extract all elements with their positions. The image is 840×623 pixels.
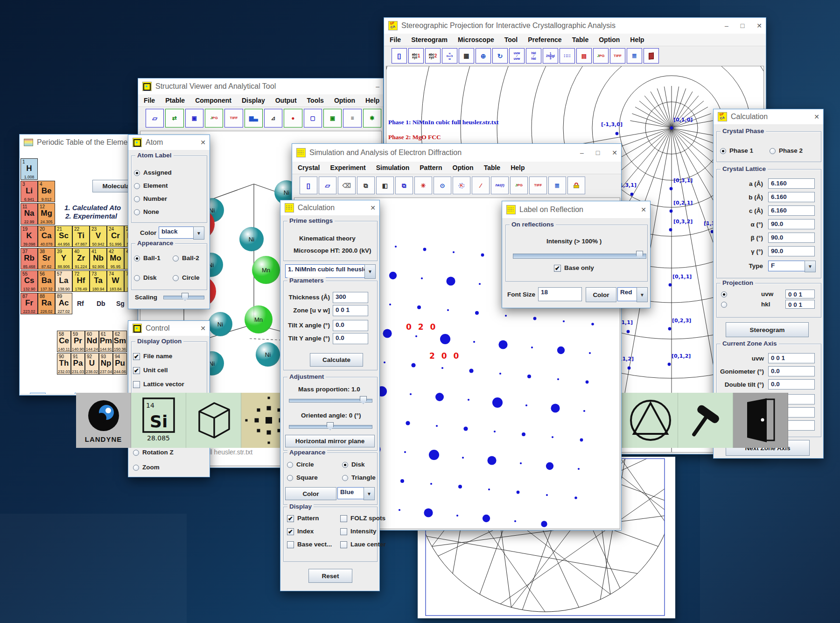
minimize-icon[interactable]: –: [376, 83, 379, 90]
menu-item-table[interactable]: Table: [572, 36, 589, 43]
minimize-icon[interactable]: –: [580, 149, 584, 156]
element-cell-Li[interactable]: 3Li6.941: [21, 181, 38, 202]
element-cell-Na[interactable]: 11Na22.99: [21, 203, 38, 225]
element-cell-Hf[interactable]: 72Hf178.49: [72, 270, 90, 292]
element-cell-K[interactable]: 19K39.098: [21, 226, 38, 247]
close-icon[interactable]: ✕: [200, 325, 206, 332]
close-icon[interactable]: ✕: [200, 139, 206, 146]
radio-assigned[interactable]: [134, 170, 140, 176]
tiff-export-icon[interactable]: TIFF: [610, 48, 625, 64]
atom-red-icon[interactable]: ●: [284, 109, 302, 127]
z-field[interactable]: 1: [30, 393, 46, 394]
horizontal-mirror-button[interactable]: Horizontal mirror plane: [285, 435, 375, 447]
jpg-export-icon[interactable]: JPG: [510, 177, 528, 194]
element-cell-Pa[interactable]: 91Pa231.03: [71, 353, 85, 375]
open-folder-icon[interactable]: ▱: [146, 109, 164, 127]
radio-none[interactable]: [134, 209, 140, 215]
checkbox-base-only[interactable]: ✔: [554, 265, 561, 272]
checkbox-base-vect---[interactable]: [287, 541, 294, 548]
atom-sphere-Ni[interactable]: Ni: [256, 342, 280, 367]
maximize-icon[interactable]: □: [596, 149, 600, 156]
radio-number[interactable]: [134, 196, 140, 202]
radio-ball-2[interactable]: [173, 255, 179, 262]
settings-icon[interactable]: ✱: [363, 109, 381, 127]
param-field[interactable]: 300: [333, 292, 368, 303]
radio-circle[interactable]: [287, 462, 293, 468]
measure-icon[interactable]: ⊿: [264, 109, 282, 127]
open-folder-icon[interactable]: ▱: [319, 177, 336, 194]
checkbox-index[interactable]: ✔: [287, 528, 294, 535]
intensity-slider-track[interactable]: [513, 254, 646, 259]
element-cell-Sr[interactable]: 38Sr87.62: [38, 248, 55, 269]
radio-proj-uvw[interactable]: [721, 291, 727, 297]
hkl-list-icon[interactable]: 12hklgI3: [543, 48, 558, 64]
proj-field[interactable]: 0 0 1: [785, 300, 815, 309]
radio-phase-1[interactable]: [720, 148, 726, 154]
abc-xyz-1-icon[interactable]: abcxyz1: [408, 48, 424, 64]
globe-icon[interactable]: ⊕: [476, 48, 491, 64]
maximize-icon[interactable]: □: [741, 22, 744, 29]
tiff-export-icon[interactable]: TIFF: [224, 109, 243, 127]
atom-color-dropdown-arrow-icon[interactable]: ▼: [193, 227, 204, 240]
close-icon[interactable]: ✕: [641, 206, 646, 213]
element-cell-U[interactable]: 92U238.02: [85, 353, 99, 375]
menu-item-preference[interactable]: Preference: [528, 36, 561, 43]
menu-item-help[interactable]: Help: [630, 36, 644, 43]
close-icon[interactable]: ✕: [814, 113, 819, 120]
close-icon[interactable]: ✕: [756, 22, 762, 29]
menu-item-component[interactable]: Component: [195, 97, 231, 104]
delete-icon[interactable]: ⌫: [338, 177, 356, 194]
label-color-dropdown-arrow-icon[interactable]: ▼: [637, 287, 648, 302]
menu-item-help[interactable]: Help: [365, 97, 379, 104]
zone-field[interactable]: 0 0 1: [768, 353, 815, 363]
database-icon[interactable]: ≣: [548, 177, 566, 194]
menu-item-table[interactable]: Table: [484, 164, 501, 171]
hkl-label-icon[interactable]: hkl(l): [491, 177, 509, 194]
menu-item-option[interactable]: Option: [453, 164, 474, 171]
checkbox-pattern[interactable]: ✔: [287, 515, 294, 522]
menu-item-stereogram[interactable]: Stereogram: [411, 36, 448, 43]
minimize-icon[interactable]: –: [725, 22, 728, 29]
element-cell-Nd[interactable]: 60Nd144.24: [85, 331, 99, 352]
type-dropdown-arrow-icon[interactable]: ▼: [805, 261, 816, 272]
contrast-icon[interactable]: ◧: [376, 177, 394, 194]
element-cell-Ra[interactable]: 88Ra226.02: [38, 293, 55, 314]
stack-icon[interactable]: ⧉: [357, 177, 375, 194]
unit-cell-icon[interactable]: ▢: [304, 109, 322, 127]
checkbox-file-name[interactable]: ✔: [133, 353, 140, 360]
element-cell-Ti[interactable]: 22Ti47.867: [72, 226, 90, 247]
stereogram-button[interactable]: Stereogram: [726, 322, 809, 337]
layers-icon[interactable]: ≡: [343, 109, 361, 127]
jpg-export-icon[interactable]: JPG: [205, 109, 223, 127]
label-color-button[interactable]: Color: [586, 287, 616, 302]
atom-sphere-Mn[interactable]: Mn: [252, 256, 280, 284]
silicon-tile-icon[interactable]: 14Si28.085: [131, 393, 186, 448]
element-cell-H[interactable]: 1H1.008: [21, 158, 38, 180]
cube-icon[interactable]: [186, 393, 241, 448]
gavel-icon[interactable]: [678, 393, 733, 448]
element-cell-Y[interactable]: 39Y88.906: [55, 248, 72, 269]
proj-field[interactable]: 0 0 1: [785, 290, 815, 298]
radio-phase-2[interactable]: [770, 148, 776, 154]
menu-item-tools[interactable]: Tools: [307, 97, 324, 104]
radio-ball-1[interactable]: [134, 255, 140, 262]
font-size-field[interactable]: 18: [538, 287, 582, 301]
element-cell-Ac[interactable]: 89Ac227.02: [55, 293, 72, 314]
close-icon[interactable]: ✕: [612, 149, 617, 156]
element-cell-Pu[interactable]: 94Pu244.06: [113, 353, 127, 375]
atom-sphere-Mn[interactable]: Mn: [245, 305, 273, 333]
element-cell-Rb[interactable]: 37Rb85.468: [21, 248, 38, 269]
element-cell-Pm[interactable]: 61Pm144.91: [99, 331, 113, 352]
radio-circle[interactable]: [173, 275, 179, 281]
supercell-icon[interactable]: ▣: [323, 109, 342, 127]
spike-circle-icon[interactable]: ✳: [414, 177, 432, 194]
checkbox-laue-center[interactable]: [340, 541, 347, 548]
landyne-logo-icon[interactable]: LANDYNE: [76, 393, 131, 448]
menu-item-crystal[interactable]: Crystal: [298, 164, 320, 171]
floppy-icon[interactable]: ▣: [185, 109, 203, 127]
menu-item-output[interactable]: Output: [275, 97, 297, 104]
uvw-trace-icon[interactable]: uvw∕uvw: [509, 48, 525, 64]
database-icon[interactable]: ≣: [627, 48, 642, 64]
import-icon[interactable]: ⇄: [165, 109, 183, 127]
menu-item-file[interactable]: File: [144, 97, 155, 104]
